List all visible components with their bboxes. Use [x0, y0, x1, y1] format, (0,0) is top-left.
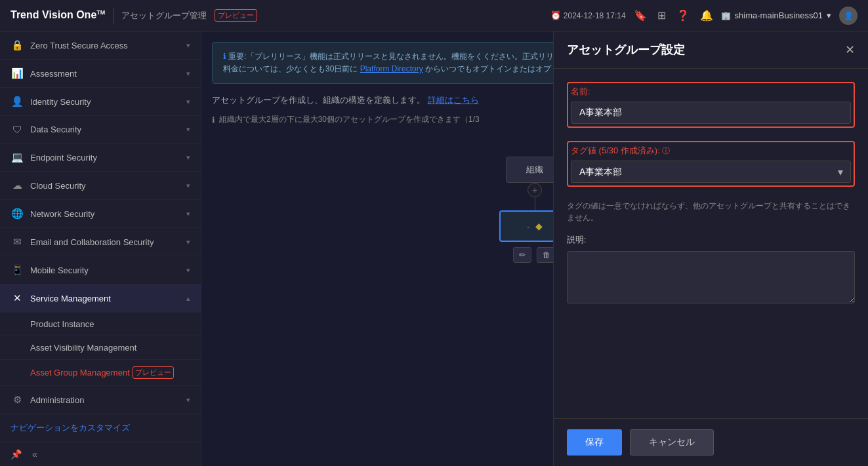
- zero-trust-icon: 🔒: [10, 39, 24, 51]
- identity-icon: 👤: [10, 96, 24, 107]
- topbar-time: ⏰ 2024-12-18 17:14: [550, 10, 626, 20]
- chevron-down-icon: ▾: [186, 125, 190, 134]
- edit-node-button[interactable]: ✏: [513, 247, 531, 263]
- sidebar-subitem-asset-group[interactable]: Asset Group Management プレビュー: [0, 360, 201, 386]
- topbar-divider: [113, 8, 114, 24]
- preview-badge: プレビュー: [215, 9, 257, 22]
- sidebar-bottom: 📌 «: [0, 442, 201, 466]
- grid-icon[interactable]: ⊞: [657, 9, 666, 22]
- tag-label: タグ値 (5/30 作成済み): ⓘ: [571, 145, 851, 157]
- email-icon: ✉: [10, 236, 24, 248]
- sidebar-item-identity-security[interactable]: 👤 Identity Security ▾: [0, 88, 201, 116]
- breadcrumb: アセットグループ管理: [121, 10, 207, 22]
- sidebar-item-email-collab[interactable]: ✉ Email and Collaboration Security ▾: [0, 228, 201, 256]
- network-icon: 🌐: [10, 208, 24, 220]
- data-security-icon: 🛡: [10, 124, 24, 135]
- sidebar-item-service-management[interactable]: ✕ Service Management ▴: [0, 284, 201, 313]
- tag-info-icon[interactable]: ⓘ: [662, 146, 670, 155]
- asset-group-panel: アセットグループ設定 ✕ 名前: タ: [553, 31, 868, 466]
- sidebar-item-endpoint-security[interactable]: 💻 Endpoint Security ▾: [0, 144, 201, 172]
- assessment-icon: 📊: [10, 68, 24, 79]
- sidebar-item-cloud-security[interactable]: ☁ Cloud Security ▾: [0, 172, 201, 200]
- platform-directory-link[interactable]: Platform Directory: [360, 64, 423, 73]
- sidebar-pin-icon[interactable]: 📌: [10, 449, 22, 459]
- topbar-icons: 🔖 ⊞ ❓ 🔔: [634, 9, 713, 22]
- cloud-icon: ☁: [10, 180, 24, 191]
- content-area: ℹ 重要:「プレリリース」機能は正式リリースと見なされません。機能をくください。…: [201, 31, 868, 466]
- chevron-down-icon: ▾: [186, 182, 190, 190]
- sidebar-subitem-asset-visibility[interactable]: Asset Visibility Management: [0, 336, 201, 360]
- name-input[interactable]: [571, 102, 851, 124]
- building-icon: 🏢: [721, 11, 731, 20]
- chevron-up-icon: ▴: [186, 294, 190, 303]
- service-icon: ✕: [10, 292, 24, 304]
- sidebar-collapse-icon[interactable]: «: [32, 449, 37, 459]
- sidebar-item-assessment[interactable]: 📊 Assessment ▾: [0, 60, 201, 88]
- panel-header: アセットグループ設定 ✕: [554, 31, 868, 69]
- admin-icon: ⚙: [10, 394, 24, 406]
- chevron-down-icon: ▾: [186, 396, 190, 404]
- sidebar-item-mobile-security[interactable]: 📱 Mobile Security ▾: [0, 256, 201, 284]
- help-icon[interactable]: ❓: [676, 9, 690, 22]
- sidebar-item-zero-trust[interactable]: 🔒 Zero Trust Secure Access ▾: [0, 31, 201, 60]
- chevron-down-icon: ▾: [186, 238, 190, 246]
- panel-close-button[interactable]: ✕: [845, 43, 855, 57]
- avatar-icon: 👤: [844, 11, 854, 20]
- topbar: Trend Vision OneTM アセットグループ管理 プレビュー ⏰ 20…: [0, 0, 868, 31]
- org-connector: [535, 197, 535, 210]
- chevron-down-icon: ▾: [186, 98, 190, 106]
- main-layout: 🔒 Zero Trust Secure Access ▾ 📊 Assessmen…: [0, 31, 868, 466]
- save-button[interactable]: 保存: [567, 429, 622, 456]
- name-label: 名前:: [571, 86, 851, 98]
- chevron-down-icon: ▾: [186, 210, 190, 218]
- chevron-down-icon: ▾: [186, 153, 190, 162]
- endpoint-icon: 💻: [10, 151, 24, 163]
- mobile-icon: 📱: [10, 264, 24, 276]
- desc-field: 説明:: [567, 234, 855, 306]
- chevron-down-icon: ▾: [186, 41, 190, 50]
- desc-textarea[interactable]: [567, 251, 855, 303]
- tag-select[interactable]: A事業本部: [571, 161, 851, 183]
- tag-note: タグの値は一意でなければならず、他のアセットグループと共有することはできません。: [567, 200, 855, 223]
- bookmark-icon[interactable]: 🔖: [634, 9, 647, 22]
- bell-icon[interactable]: 🔔: [700, 9, 713, 22]
- preview-badge-sub: プレビュー: [133, 366, 174, 379]
- info-circle-icon: ℹ: [212, 115, 215, 125]
- sidebar: 🔒 Zero Trust Secure Access ▾ 📊 Assessmen…: [0, 31, 201, 466]
- customize-nav[interactable]: ナビゲーションをカスタマイズ: [0, 414, 201, 442]
- cancel-button[interactable]: キャンセル: [630, 429, 714, 456]
- panel-body: 名前: タグ値 (5/30 作成済み): ⓘ A事業: [554, 69, 868, 418]
- diamond-icon: ◆: [535, 221, 543, 231]
- tag-field: タグ値 (5/30 作成済み): ⓘ A事業本部 ▾: [567, 141, 855, 187]
- topbar-user[interactable]: 🏢 shima-mainBusiness01 ▾: [721, 10, 831, 20]
- panel-title: アセットグループ設定: [567, 42, 685, 58]
- chevron-down-icon: ▾: [186, 266, 190, 275]
- tag-select-wrap: A事業本部 ▾: [571, 161, 851, 183]
- sidebar-item-network-security[interactable]: 🌐 Network Security ▾: [0, 200, 201, 228]
- name-field: 名前:: [567, 82, 855, 128]
- chevron-down-icon: ▾: [827, 10, 831, 20]
- app-logo: Trend Vision OneTM: [10, 9, 105, 21]
- avatar[interactable]: 👤: [839, 7, 858, 25]
- desc-label: 説明:: [567, 234, 855, 246]
- details-link[interactable]: 詳細はこちら: [428, 95, 479, 105]
- org-node-actions: ✏ 🗑: [513, 247, 556, 263]
- panel-footer: 保存 キャンセル: [554, 418, 868, 466]
- sidebar-item-data-security[interactable]: 🛡 Data Security ▾: [0, 116, 201, 144]
- chevron-down-icon: ▾: [186, 69, 190, 78]
- sidebar-item-administration[interactable]: ⚙ Administration ▾: [0, 386, 201, 414]
- org-expand-button[interactable]: +: [527, 183, 542, 197]
- sidebar-subitem-product-instance[interactable]: Product Instance: [0, 313, 201, 336]
